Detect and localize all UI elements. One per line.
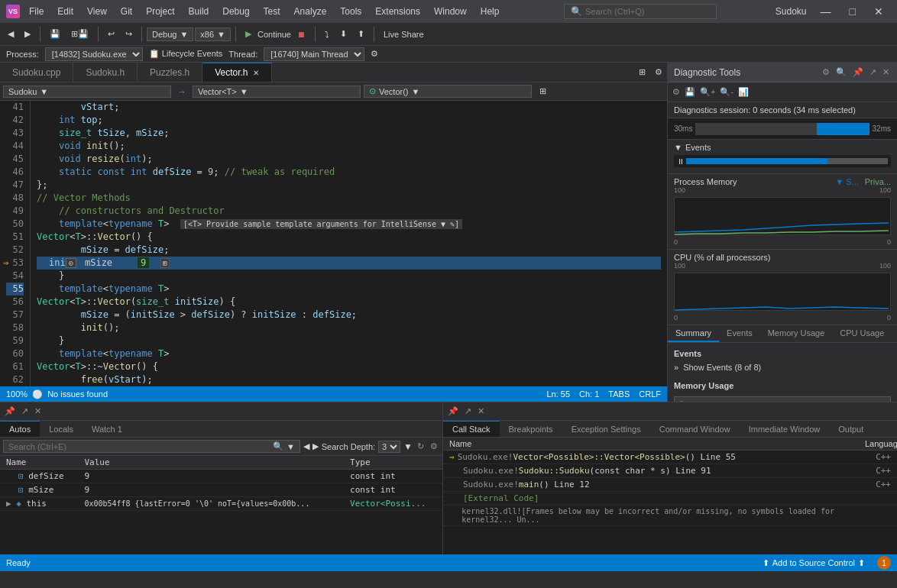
code-content[interactable]: vStart; int top; size_t tSize, mSize; vo…: [31, 101, 667, 386]
autos-search-input[interactable]: [8, 442, 270, 451]
step-over-button[interactable]: ⤵: [320, 28, 334, 40]
depth-dropdown-icon[interactable]: ▼: [403, 441, 413, 452]
process-select[interactable]: [14832] Sudoku.exe: [45, 47, 143, 61]
diag-zoom-in-icon[interactable]: 🔍+: [698, 87, 717, 97]
stop-button[interactable]: ⏹: [293, 28, 310, 40]
bottom-tab-autos[interactable]: Autos: [0, 421, 40, 437]
forward-button[interactable]: ▶: [20, 27, 35, 40]
debug-config-dropdown[interactable]: Debug ▼: [147, 27, 193, 41]
continue-button[interactable]: ▶: [241, 27, 256, 40]
menu-analyze[interactable]: Analyze: [288, 5, 333, 18]
snapshot-button[interactable]: 📷 Take Snapshot: [674, 396, 891, 402]
tab-sudoku-cpp[interactable]: Sudoku.cpp: [0, 63, 73, 82]
bottom-tab-immediate[interactable]: Immediate Window: [740, 421, 830, 437]
menu-test[interactable]: Test: [257, 5, 287, 18]
tab-settings-button[interactable]: ⚙: [650, 63, 667, 82]
bottom-tab-watch1[interactable]: Watch 1: [83, 421, 131, 437]
diag-tab-summary[interactable]: Summary: [668, 325, 719, 342]
bottom-tab-locals[interactable]: Locals: [40, 421, 83, 437]
callstack-float-icon[interactable]: ↗: [463, 406, 473, 416]
autos-search[interactable]: 🔍 ▼: [3, 440, 300, 453]
redo-button[interactable]: ↪: [121, 27, 137, 40]
autos-float-icon[interactable]: ↗: [20, 406, 30, 416]
tab-close-icon[interactable]: ✕: [253, 69, 259, 77]
diag-chart-icon[interactable]: 📊: [737, 87, 750, 97]
cpu-min-right: 0: [887, 314, 891, 321]
scope-dropdown-2[interactable]: Vector<T> ▼: [193, 86, 361, 98]
events-bar: ⏸: [674, 155, 891, 167]
cs-frame-3-name: [External Code]: [463, 493, 539, 503]
live-share-button[interactable]: Live Share: [379, 28, 429, 40]
bottom-tab-callstack[interactable]: Call Stack: [443, 421, 500, 437]
tab-sudoku-h[interactable]: Sudoku.h: [73, 63, 138, 82]
settings-icon[interactable]: ⚙: [821, 67, 831, 77]
diag-save-icon[interactable]: 💾: [683, 87, 697, 97]
depth-select[interactable]: 3: [378, 441, 400, 453]
menu-edit[interactable]: Edit: [51, 5, 79, 18]
menu-view[interactable]: View: [81, 5, 113, 18]
lifecycle-dropdown[interactable]: 📋 Lifecycle Events: [149, 49, 223, 59]
autos-settings-icon[interactable]: ⚙: [429, 441, 439, 451]
notification-badge[interactable]: 1: [877, 556, 891, 570]
menu-git[interactable]: Git: [115, 5, 138, 18]
menu-file[interactable]: File: [23, 5, 50, 18]
menu-window[interactable]: Window: [428, 5, 473, 18]
bottom-tab-command[interactable]: Command Window: [650, 421, 740, 437]
callstack-pin-icon[interactable]: 📌: [446, 406, 460, 416]
global-search[interactable]: 🔍: [564, 4, 717, 19]
undo-button[interactable]: ↩: [103, 27, 119, 40]
tab-puzzles-h[interactable]: Puzzles.h: [138, 63, 202, 82]
close-button[interactable]: ✕: [866, 5, 891, 18]
scope-dropdown-3[interactable]: ⊙ Vector() ▼: [364, 85, 532, 98]
pause-events-button[interactable]: ⏸: [677, 157, 685, 166]
float-icon[interactable]: ↗: [868, 67, 878, 77]
maximize-button[interactable]: □: [842, 5, 863, 18]
menu-build[interactable]: Build: [183, 5, 215, 18]
source-control-button[interactable]: ⬆ Add to Source Control ⬆: [756, 554, 871, 571]
expand-this-icon[interactable]: ▶: [6, 499, 11, 509]
pin-icon[interactable]: 📌: [851, 67, 865, 77]
back-search-button[interactable]: ◀: [303, 441, 309, 451]
timeline-track[interactable]: [695, 123, 869, 135]
diag-tab-events[interactable]: Events: [719, 325, 760, 342]
scope-dropdown-1[interactable]: Sudoku ▼: [3, 86, 171, 98]
callstack-close-icon[interactable]: ✕: [476, 406, 486, 416]
diag-settings-icon[interactable]: ⚙: [671, 87, 682, 97]
diag-tab-memory-usage[interactable]: Memory Usage: [760, 325, 833, 342]
menu-tools[interactable]: Tools: [334, 5, 368, 18]
autos-refresh-icon[interactable]: ↻: [416, 441, 426, 451]
autos-search-dropdown[interactable]: ▼: [287, 442, 295, 451]
menu-project[interactable]: Project: [140, 5, 180, 18]
menu-help[interactable]: Help: [474, 5, 506, 18]
step-out-button[interactable]: ⬆: [353, 27, 369, 40]
diag-zoom-out-icon[interactable]: 🔍-: [718, 87, 735, 97]
main-toolbar: ◀ ▶ 💾 ⊞💾 ↩ ↪ Debug ▼ x86 ▼ ▶ Continue ⏹ …: [0, 23, 897, 46]
save-all-button[interactable]: ⊞💾: [66, 27, 93, 40]
new-tab-button[interactable]: ⊞: [634, 63, 650, 82]
diag-tab-cpu-usage[interactable]: CPU Usage: [832, 325, 892, 342]
process-label: Process:: [6, 50, 39, 59]
save-button[interactable]: 💾: [45, 27, 65, 40]
thread-select[interactable]: [16740] Main Thread: [264, 47, 364, 61]
bottom-tab-output[interactable]: Output: [829, 421, 873, 437]
platform-dropdown[interactable]: x86 ▼: [195, 27, 231, 41]
back-button[interactable]: ◀: [3, 27, 18, 40]
filter-icon[interactable]: 🔍: [834, 67, 848, 77]
close-panel-icon[interactable]: ✕: [881, 67, 891, 77]
bottom-tab-breakpoints[interactable]: Breakpoints: [500, 421, 562, 437]
code-line-50: // Vector Methods: [37, 192, 661, 205]
show-events-row[interactable]: » Show Events (8 of 8): [674, 361, 891, 373]
autos-close-icon[interactable]: ✕: [33, 406, 43, 416]
search-input[interactable]: [585, 7, 700, 16]
filter-icon[interactable]: ⚙: [371, 49, 378, 59]
tab-vector-h[interactable]: Vector.h ✕: [202, 63, 271, 82]
minimize-button[interactable]: —: [813, 5, 839, 18]
events-collapse[interactable]: ▼ Events: [674, 143, 891, 152]
add-scope-button[interactable]: ⊞: [535, 85, 551, 98]
menu-extensions[interactable]: Extensions: [369, 5, 426, 18]
step-into-button[interactable]: ⬇: [335, 27, 351, 40]
autos-pin-icon[interactable]: 📌: [3, 406, 17, 416]
forward-search-button[interactable]: ▶: [312, 441, 319, 451]
bottom-tab-exception[interactable]: Exception Settings: [562, 421, 650, 437]
menu-debug[interactable]: Debug: [216, 5, 255, 18]
